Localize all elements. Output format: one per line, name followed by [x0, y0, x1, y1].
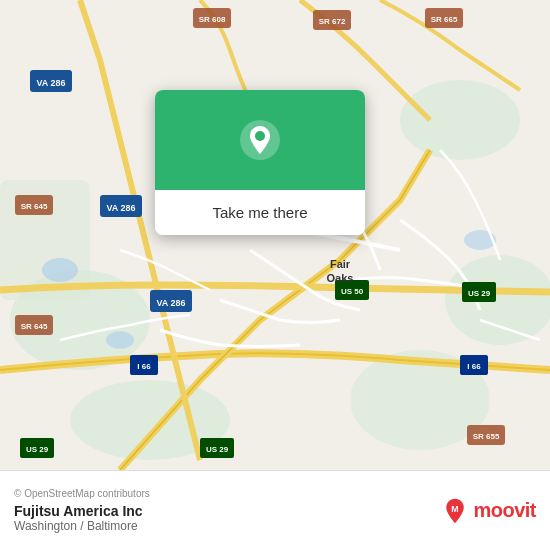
svg-text:VA 286: VA 286	[36, 78, 65, 88]
svg-point-7	[42, 258, 78, 282]
map-svg: VA 286 VA 286 VA 286 SR 608 SR 665 SR 67…	[0, 0, 550, 470]
svg-text:SR 645: SR 645	[21, 322, 48, 331]
popup-card: Take me there	[155, 90, 365, 235]
svg-text:I 66: I 66	[137, 362, 151, 371]
moovit-logo-icon: M	[441, 497, 469, 525]
svg-point-8	[106, 331, 134, 349]
svg-text:US 50: US 50	[341, 287, 364, 296]
svg-text:SR 665: SR 665	[431, 15, 458, 24]
svg-text:US 29: US 29	[468, 289, 491, 298]
svg-text:SR 655: SR 655	[473, 432, 500, 441]
map-container: VA 286 VA 286 VA 286 SR 608 SR 665 SR 67…	[0, 0, 550, 470]
svg-text:Oaks: Oaks	[327, 272, 354, 284]
take-me-there-button[interactable]: Take me there	[155, 190, 365, 235]
bottom-info: © OpenStreetMap contributors Fujitsu Ame…	[14, 488, 150, 533]
svg-text:SR 645: SR 645	[21, 202, 48, 211]
svg-text:US 29: US 29	[206, 445, 229, 454]
svg-point-3	[445, 255, 550, 345]
svg-text:VA 286: VA 286	[106, 203, 135, 213]
popup-green-header	[155, 90, 365, 190]
svg-text:M: M	[452, 503, 459, 513]
moovit-text: moovit	[473, 499, 536, 522]
svg-point-2	[400, 80, 520, 160]
svg-text:I 66: I 66	[467, 362, 481, 371]
svg-text:US 29: US 29	[26, 445, 49, 454]
svg-text:SR 608: SR 608	[199, 15, 226, 24]
copyright-text: © OpenStreetMap contributors	[14, 488, 150, 499]
svg-text:Fair: Fair	[330, 258, 351, 270]
location-title: Fujitsu America Inc	[14, 503, 150, 519]
location-pin-icon	[238, 118, 282, 162]
moovit-logo: M moovit	[441, 497, 536, 525]
svg-text:VA 286: VA 286	[156, 298, 185, 308]
svg-point-43	[255, 131, 265, 141]
svg-text:SR 672: SR 672	[319, 17, 346, 26]
bottom-bar: © OpenStreetMap contributors Fujitsu Ame…	[0, 470, 550, 550]
location-subtitle: Washington / Baltimore	[14, 519, 150, 533]
